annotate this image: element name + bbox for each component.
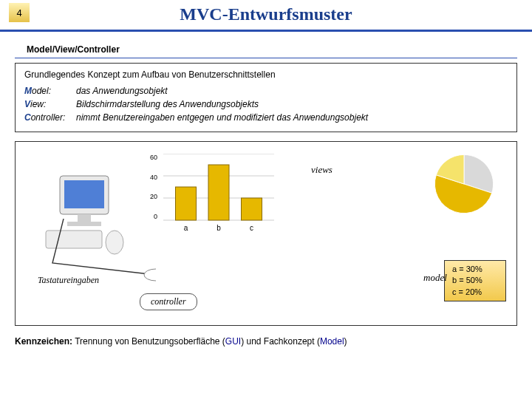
footer-text: Kennzeichen: Trennung von Benutzungsober… xyxy=(15,336,517,347)
def-controller: Controller: nimmt Benutzereingaben entge… xyxy=(24,112,508,123)
pie-chart xyxy=(431,151,497,217)
diagram-box: 60 40 20 0 abc views a = 30% b = 50% c =… xyxy=(15,141,517,326)
bar-chart: 60 40 20 0 abc xyxy=(163,154,289,235)
slide-header: 4 MVC-Entwurfsmuster xyxy=(0,0,532,34)
svg-rect-10 xyxy=(176,187,197,220)
svg-rect-1 xyxy=(64,180,104,208)
svg-point-16 xyxy=(144,269,156,281)
svg-rect-14 xyxy=(242,198,262,220)
svg-text:c: c xyxy=(250,224,253,232)
views-label: views xyxy=(311,164,332,176)
header-underline xyxy=(0,30,532,32)
section-heading: Model/View/Controller xyxy=(27,44,532,55)
definitions-box: Grundlegendes Konzept zum Aufbau von Ben… xyxy=(15,63,517,132)
model-label: model xyxy=(423,272,447,284)
def-model: Model: das Anwendungsobjekt xyxy=(24,86,508,96)
model-data-box: a = 30% b = 50% c = 20% xyxy=(444,260,506,301)
page-title: MVC-Entwurfsmuster xyxy=(0,4,532,24)
bar-chart-yticks: 60 40 20 0 xyxy=(150,154,157,220)
section-underline xyxy=(15,58,517,58)
svg-rect-12 xyxy=(208,165,229,220)
controller-label: controller xyxy=(140,293,197,310)
def-view: View: Bildschirmdarstellung des Anwendun… xyxy=(24,99,508,109)
intro-text: Grundlegendes Konzept zum Aufbau von Ben… xyxy=(24,69,508,80)
arrow-from-keyboard xyxy=(45,219,156,285)
svg-text:a: a xyxy=(184,224,188,232)
svg-text:b: b xyxy=(216,224,221,232)
